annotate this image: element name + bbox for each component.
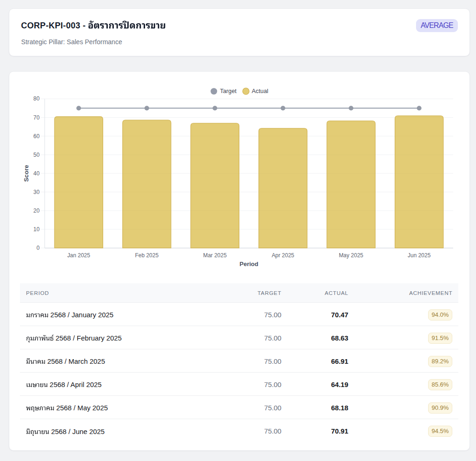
svg-text:Target: Target: [220, 87, 237, 94]
svg-text:Jun 2025: Jun 2025: [408, 252, 431, 259]
svg-text:May 2025: May 2025: [339, 252, 364, 259]
svg-text:0: 0: [37, 245, 40, 251]
svg-text:Score: Score: [23, 165, 30, 182]
svg-text:Period: Period: [240, 261, 258, 267]
svg-text:Apr 2025: Apr 2025: [272, 252, 295, 259]
svg-text:20: 20: [33, 207, 40, 214]
svg-text:Jan 2025: Jan 2025: [67, 252, 91, 259]
svg-text:Feb 2025: Feb 2025: [135, 252, 159, 259]
svg-text:40: 40: [33, 170, 40, 177]
svg-text:10: 10: [33, 226, 40, 233]
svg-text:30: 30: [33, 189, 40, 195]
svg-text:50: 50: [33, 152, 40, 158]
svg-text:Mar 2025: Mar 2025: [203, 252, 227, 259]
svg-text:60: 60: [33, 133, 40, 140]
svg-text:70: 70: [33, 114, 40, 121]
svg-text:80: 80: [33, 96, 40, 102]
svg-text:Actual: Actual: [252, 87, 269, 94]
